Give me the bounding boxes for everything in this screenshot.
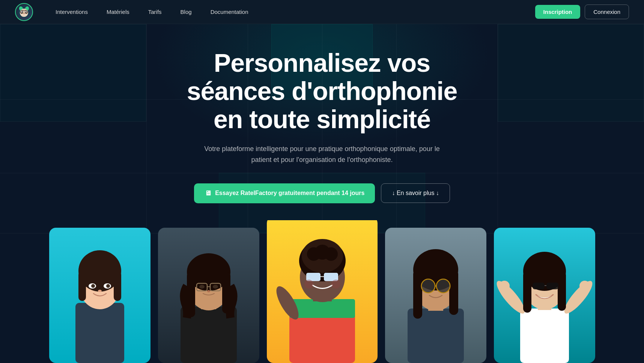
svg-rect-17 <box>114 271 121 301</box>
person-3-svg <box>267 220 378 363</box>
nav-actions: Inscription Connexion <box>535 5 629 19</box>
svg-rect-74 <box>558 271 566 311</box>
glow-left <box>0 0 150 225</box>
person-2-svg <box>158 228 259 363</box>
try-free-button[interactable]: 🖥 Essayez RatelFactory gratuitement pend… <box>194 183 375 203</box>
svg-point-53 <box>331 280 340 289</box>
svg-point-75 <box>524 257 565 278</box>
svg-rect-59 <box>449 270 458 315</box>
logo-icon <box>15 3 33 21</box>
svg-rect-12 <box>75 303 124 363</box>
connexion-button[interactable]: Connexion <box>585 5 629 19</box>
computer-icon: 🖥 <box>205 189 211 197</box>
photo-card-2 <box>158 228 259 363</box>
navbar: Interventions Matériels Tarifs Blog Docu… <box>0 0 644 24</box>
svg-point-30 <box>188 258 230 279</box>
logo-svg <box>17 5 31 19</box>
svg-point-36 <box>207 290 210 292</box>
person-4-svg <box>385 228 486 363</box>
svg-point-23 <box>98 290 102 292</box>
photo-card-3 <box>267 220 378 363</box>
nav-link-tarifs[interactable]: Tarifs <box>148 9 162 15</box>
person-1-svg <box>49 228 150 363</box>
nav-link-blog[interactable]: Blog <box>181 9 192 15</box>
hero-subtitle: Votre plateforme intelligente pour une p… <box>194 144 450 165</box>
svg-point-21 <box>91 284 95 288</box>
svg-point-52 <box>304 280 313 289</box>
svg-point-68 <box>499 281 510 291</box>
person-5-svg <box>494 228 595 363</box>
svg-rect-76 <box>533 283 545 289</box>
svg-point-69 <box>579 281 590 291</box>
bg-rect-top-right <box>498 24 644 122</box>
photo-card-4 <box>385 228 486 363</box>
svg-point-9 <box>26 11 27 12</box>
photo-1-inner <box>49 228 150 363</box>
svg-point-46 <box>324 247 338 261</box>
photo-card-5 <box>494 228 595 363</box>
photo-3-inner <box>267 220 378 363</box>
nav-link-documentation[interactable]: Documentation <box>211 9 248 15</box>
nav-links: Interventions Matériels Tarifs Blog Docu… <box>56 9 535 15</box>
photo-card-1 <box>49 228 150 363</box>
logo[interactable] <box>15 3 33 21</box>
learn-more-button[interactable]: ↓ En savoir plus ↓ <box>381 183 450 203</box>
svg-rect-11 <box>21 10 27 11</box>
svg-point-35 <box>213 285 218 289</box>
nav-link-materiels[interactable]: Matériels <box>107 9 129 15</box>
svg-point-34 <box>199 285 205 289</box>
photo-4-inner <box>385 228 486 363</box>
inscription-button[interactable]: Inscription <box>535 5 581 19</box>
svg-point-10 <box>23 13 25 14</box>
svg-point-18 <box>79 258 120 277</box>
svg-rect-16 <box>78 271 86 301</box>
svg-rect-65 <box>520 309 569 363</box>
learn-more-label: ↓ En savoir plus ↓ <box>392 190 439 197</box>
svg-rect-77 <box>546 283 558 289</box>
svg-point-63 <box>437 280 450 292</box>
svg-rect-73 <box>523 271 531 313</box>
hero-title: Personnalisez vos séances d'orthophonie … <box>176 49 468 133</box>
svg-point-62 <box>422 280 435 292</box>
photos-row <box>0 220 644 363</box>
photo-5-inner <box>494 228 595 363</box>
photo-2-inner <box>158 228 259 363</box>
svg-point-22 <box>106 284 110 288</box>
svg-point-8 <box>21 11 22 12</box>
hero-buttons: 🖥 Essayez RatelFactory gratuitement pend… <box>176 183 468 203</box>
svg-rect-58 <box>413 270 422 319</box>
hero-content: Personnalisez vos séances d'orthophonie … <box>176 49 468 203</box>
bg-rect-top-left <box>0 24 146 122</box>
nav-link-interventions[interactable]: Interventions <box>56 9 88 15</box>
try-free-label: Essayez RatelFactory gratuitement pendan… <box>215 190 364 197</box>
hero-section: Personnalisez vos séances d'orthophonie … <box>0 0 644 363</box>
